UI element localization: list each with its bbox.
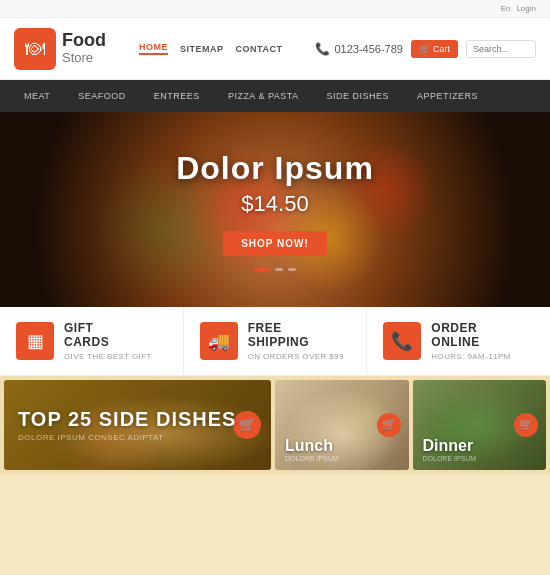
- promo-row: TOP 25 SIDE DISHES DOLORE IPSUM CONSEC A…: [0, 376, 550, 474]
- feature-gift-cards: ▦ GIFTCARDS GIVE THE BEST GIFT: [0, 307, 184, 375]
- shipping-icon: 🚚: [200, 322, 238, 360]
- logo-text: Food Store: [62, 31, 106, 65]
- hero-section: Dolor Ipsum $14.50 SHOP NOW!: [0, 112, 550, 307]
- phone-icon: 📞: [315, 42, 330, 56]
- feature-order-text: ORDERONLINE HOURS: 9AM-11PM: [431, 321, 510, 361]
- hero-dot-1[interactable]: [254, 268, 270, 271]
- nav-contact[interactable]: CONTACT: [236, 44, 283, 54]
- cart-label: Cart: [433, 44, 450, 54]
- order-online-title: ORDERONLINE: [431, 321, 510, 350]
- feature-gift-cards-text: GIFTCARDS GIVE THE BEST GIFT: [64, 321, 152, 361]
- order-online-sub: HOURS: 9AM-11PM: [431, 352, 510, 361]
- promo-dinner-sub: DOLORE IPSUM: [423, 455, 477, 462]
- promo-lunch-title: Lunch: [285, 437, 339, 455]
- nav-home[interactable]: HOME: [139, 42, 168, 55]
- promo-dinner-title: Dinner: [423, 437, 477, 455]
- promo-dinner-content: Dinner DOLORE IPSUM: [423, 437, 477, 462]
- nav-item-meat[interactable]: MEAT: [10, 80, 64, 112]
- header-right: 📞 0123-456-789 🛒 Cart: [315, 40, 536, 58]
- promo-top-dishes[interactable]: TOP 25 SIDE DISHES DOLORE IPSUM CONSEC A…: [4, 380, 271, 470]
- features-section: ▦ GIFTCARDS GIVE THE BEST GIFT 🚚 FREESHI…: [0, 307, 550, 376]
- hero-title: Dolor Ipsum: [0, 150, 550, 187]
- promo-lunch-sub: DOLORE IPSUM: [285, 455, 339, 462]
- gift-cards-sub: GIVE THE BEST GIFT: [64, 352, 152, 361]
- logo-icon: 🍽: [14, 28, 56, 70]
- phone-number: 📞 0123-456-789: [315, 42, 403, 56]
- utility-bar: En Login: [0, 0, 550, 18]
- shipping-title: FREESHIPPING: [248, 321, 344, 350]
- feature-free-shipping: 🚚 FREESHIPPING ON ORDERS OVER $99: [184, 307, 368, 375]
- gift-cards-title: GIFTCARDS: [64, 321, 152, 350]
- hero-dot-3[interactable]: [288, 268, 296, 271]
- nav-item-appetizers[interactable]: APPETIZERS: [403, 80, 492, 112]
- promo-lunch-cart-button[interactable]: 🛒: [377, 413, 401, 437]
- promo-top-content: TOP 25 SIDE DISHES DOLORE IPSUM CONSEC A…: [4, 380, 271, 470]
- order-online-icon: 📞: [383, 322, 421, 360]
- gift-cards-icon: ▦: [16, 322, 54, 360]
- header: 🍽 Food Store HOME SITEMAP CONTACT 📞 0123…: [0, 18, 550, 80]
- hero-content: Dolor Ipsum $14.50 SHOP NOW!: [0, 112, 550, 271]
- hero-dots: [0, 268, 550, 271]
- logo-food-text: Food: [62, 31, 106, 51]
- shipping-sub: ON ORDERS OVER $99: [248, 352, 344, 361]
- promo-top-title: TOP 25 SIDE DISHES: [18, 408, 257, 431]
- nav-item-entrees[interactable]: ENTREES: [140, 80, 214, 112]
- feature-shipping-text: FREESHIPPING ON ORDERS OVER $99: [248, 321, 344, 361]
- cart-button[interactable]: 🛒 Cart: [411, 40, 458, 58]
- search-input[interactable]: [466, 40, 536, 58]
- utility-login[interactable]: Login: [516, 4, 536, 13]
- logo-store-text: Store: [62, 51, 106, 65]
- phone-text: 0123-456-789: [334, 43, 403, 55]
- hero-dot-2[interactable]: [275, 268, 283, 271]
- nav-item-pizza-pasta[interactable]: PIZZA & PASTA: [214, 80, 313, 112]
- nav-item-side-dishes[interactable]: SIDE DISHES: [313, 80, 404, 112]
- promo-dinner-cart-button[interactable]: 🛒: [514, 413, 538, 437]
- promo-lunch-content: Lunch DOLORE IPSUM: [285, 437, 339, 462]
- main-nav: MEAT SEAFOOD ENTREES PIZZA & PASTA SIDE …: [0, 80, 550, 112]
- shop-now-button[interactable]: SHOP NOW!: [223, 231, 327, 256]
- promo-top-sub: DOLORE IPSUM CONSEC ADIPTAT: [18, 433, 257, 442]
- promo-dinner[interactable]: Dinner DOLORE IPSUM 🛒: [413, 380, 547, 470]
- utility-lang[interactable]: En: [501, 4, 511, 13]
- nav-sitemap[interactable]: SITEMAP: [180, 44, 224, 54]
- nav-item-seafood[interactable]: SEAFOOD: [64, 80, 140, 112]
- feature-order-online: 📞 ORDERONLINE HOURS: 9AM-11PM: [367, 307, 550, 375]
- promo-lunch[interactable]: Lunch DOLORE IPSUM 🛒: [275, 380, 409, 470]
- header-nav: HOME SITEMAP CONTACT: [139, 42, 282, 55]
- logo[interactable]: 🍽 Food Store: [14, 28, 106, 70]
- hero-price: $14.50: [0, 191, 550, 217]
